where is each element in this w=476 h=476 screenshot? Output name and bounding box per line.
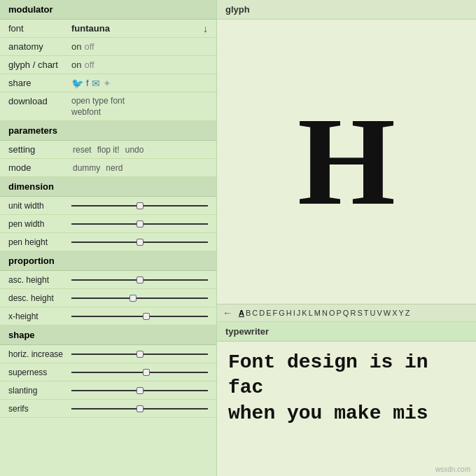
alphabet-letter-m[interactable]: M <box>314 309 321 317</box>
alphabet-letter-p[interactable]: P <box>336 309 342 317</box>
alphabet-letter-s[interactable]: S <box>356 309 363 317</box>
x-height-label: x-height <box>8 312 71 321</box>
unit-width-thumb[interactable] <box>136 202 144 209</box>
horiz-increase-row: horiz. increase <box>0 345 216 363</box>
star-icon[interactable]: ✦ <box>103 78 111 89</box>
anatomy-label: anatomy <box>8 41 71 52</box>
modulator-title: modulator <box>8 4 53 15</box>
alphabet-letter-r[interactable]: R <box>349 309 356 317</box>
parameters-header: parameters <box>0 121 216 141</box>
pen-height-label: pen height <box>8 237 71 247</box>
alphabet-letter-b[interactable]: B <box>245 309 251 317</box>
superness-slider[interactable] <box>71 368 208 377</box>
superness-thumb[interactable] <box>143 369 150 376</box>
alphabet-letter-g[interactable]: G <box>278 309 286 317</box>
glyph-character[interactable]: H <box>298 99 396 225</box>
glyph-on[interactable]: on <box>71 59 81 70</box>
download-webfont[interactable]: webfont <box>71 107 101 117</box>
share-icons: 🐦 f ✉ ✦ <box>71 78 208 89</box>
shape-header: shape <box>0 326 216 345</box>
alphabet-letter-c[interactable]: C <box>251 309 258 317</box>
superness-row: superness <box>0 363 216 382</box>
alphabet-letter-z[interactable]: Z <box>405 309 411 317</box>
serifs-thumb[interactable] <box>136 405 144 412</box>
asc-height-thumb[interactable] <box>136 276 144 284</box>
anatomy-row: anatomy on off <box>0 38 216 56</box>
slanting-track <box>71 390 208 391</box>
horiz-increase-thumb[interactable] <box>136 351 144 358</box>
alphabet-letter-k[interactable]: K <box>301 309 307 317</box>
alphabet-letter-q[interactable]: Q <box>342 309 350 317</box>
pen-width-thumb[interactable] <box>136 220 144 227</box>
pen-height-thumb[interactable] <box>136 239 144 246</box>
horiz-increase-track <box>71 354 208 355</box>
serifs-label: serifs <box>8 404 71 414</box>
alphabet-letter-f[interactable]: F <box>272 309 279 317</box>
alphabet-letter-a[interactable]: A <box>238 309 245 317</box>
nerd-mode-button[interactable]: nerd <box>104 163 124 173</box>
dummy-mode-button[interactable]: dummy <box>71 163 102 173</box>
setting-buttons: reset flop it! undo <box>71 145 208 155</box>
glyph-section-header: glyph <box>217 0 476 20</box>
glyph-off[interactable]: off <box>84 59 94 70</box>
typewriter-section: typewriter Font design is in facwhen you… <box>217 322 476 476</box>
watermark: wsxdn.com <box>435 465 470 473</box>
share-label: share <box>8 78 71 88</box>
nav-left-arrow[interactable]: ← <box>223 307 232 318</box>
alphabet-letter-d[interactable]: D <box>258 309 265 317</box>
unit-width-slider[interactable] <box>71 201 208 211</box>
x-height-slider[interactable] <box>71 312 208 321</box>
pen-height-row: pen height <box>0 233 216 251</box>
font-value[interactable]: funtauna <box>71 23 110 34</box>
asc-height-slider[interactable] <box>71 275 208 285</box>
glyph-section: glyph H ← ABCDEFGHIJKLMNOPQRSTUVWXYZ <box>217 0 476 322</box>
typewriter-header: typewriter <box>217 322 476 342</box>
glyph-chart-label: glyph / chart <box>8 59 71 70</box>
pen-width-slider[interactable] <box>71 219 208 229</box>
share-row: share 🐦 f ✉ ✦ <box>0 74 216 92</box>
asc-height-label: asc. height <box>8 275 71 285</box>
alphabet-letter-w[interactable]: W <box>383 309 391 317</box>
desc-height-thumb[interactable] <box>130 295 136 302</box>
anatomy-on[interactable]: on <box>71 41 81 52</box>
facebook-icon[interactable]: f <box>86 78 89 88</box>
pen-height-slider[interactable] <box>71 237 208 247</box>
undo-button[interactable]: undo <box>124 145 146 155</box>
typewriter-display[interactable]: Font design is in facwhen you make mis <box>217 342 476 476</box>
slanting-slider[interactable] <box>71 386 208 396</box>
font-value-container: funtauna ↓ <box>71 23 208 34</box>
asc-height-row: asc. height <box>0 271 216 289</box>
alphabet-letter-e[interactable]: E <box>265 309 272 317</box>
glyph-display: H <box>217 20 476 304</box>
setting-row: setting reset flop it! undo <box>0 141 216 159</box>
desc-height-row: desc. height <box>0 289 216 307</box>
anatomy-off[interactable]: off <box>84 41 94 52</box>
shape-title: shape <box>8 330 35 340</box>
x-height-track <box>71 316 208 317</box>
desc-height-slider[interactable] <box>71 293 208 303</box>
font-label: font <box>8 23 71 34</box>
alphabet-letter-y[interactable]: Y <box>398 309 404 317</box>
flop-button[interactable]: flop it! <box>96 145 121 155</box>
parameters-title: parameters <box>8 125 57 136</box>
alphabet-letter-u[interactable]: U <box>369 309 376 317</box>
proportion-header: proportion <box>0 251 216 271</box>
alphabet-letter-v[interactable]: V <box>376 309 382 317</box>
serifs-track <box>71 408 208 410</box>
mode-row: mode dummy nerd <box>0 159 216 177</box>
alphabet-letter-l[interactable]: L <box>308 309 314 317</box>
alphabet-letter-h[interactable]: H <box>286 309 293 317</box>
alphabet-letter-n[interactable]: N <box>321 309 328 317</box>
reset-button[interactable]: reset <box>71 145 93 155</box>
x-height-thumb[interactable] <box>143 313 150 320</box>
twitter-icon[interactable]: 🐦 <box>71 78 83 89</box>
dimension-header: dimension <box>0 177 216 197</box>
email-icon[interactable]: ✉ <box>92 78 100 89</box>
font-dropdown-arrow[interactable]: ↓ <box>203 23 208 34</box>
download-opentype[interactable]: open type font <box>71 96 125 106</box>
slanting-thumb[interactable] <box>136 387 144 394</box>
glyph-chart-row: glyph / chart on off <box>0 56 216 74</box>
serifs-slider[interactable] <box>71 404 208 414</box>
alphabet-letter-o[interactable]: O <box>328 309 336 317</box>
horiz-increase-slider[interactable] <box>71 349 208 359</box>
